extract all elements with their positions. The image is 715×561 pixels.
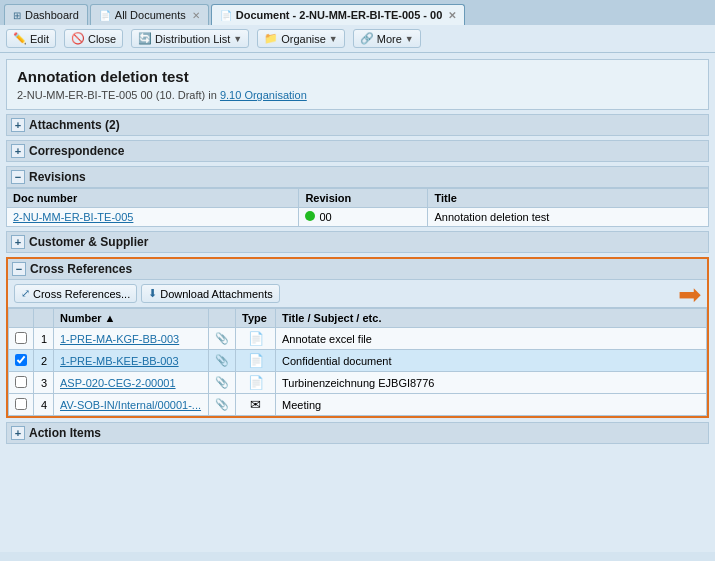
crossref-row3-number: ASP-020-CEG-2-00001: [54, 372, 209, 394]
crossref-row2-clip: 📎: [209, 350, 236, 372]
revisions-section-header[interactable]: − Revisions: [6, 166, 709, 188]
revisions-section: − Revisions Doc number Revision Title 2-…: [6, 166, 709, 227]
crossref-row2-checkbox-cell: [9, 350, 34, 372]
tab-all-documents-label: All Documents: [115, 9, 186, 21]
tab-document[interactable]: 📄 Document - 2-NU-MM-ER-BI-TE-005 - 00 ✕: [211, 4, 466, 25]
revisions-title: Revisions: [29, 170, 86, 184]
crossref-row1-type: 📄: [236, 328, 276, 350]
attachments-toggle[interactable]: +: [11, 118, 25, 132]
correspondence-toggle[interactable]: +: [11, 144, 25, 158]
paperclip-icon: 📎: [215, 332, 229, 344]
cross-references-toggle[interactable]: −: [12, 262, 26, 276]
more-button[interactable]: 🔗 More ▼: [353, 29, 421, 48]
all-docs-icon: 📄: [99, 10, 111, 21]
crossref-row3-title: Turbinenzeichnung EJBGI8776: [276, 372, 707, 394]
arrow-indicator: ➡: [678, 277, 701, 310]
download-attachments-button[interactable]: ⬇ Download Attachments: [141, 284, 280, 303]
organise-button[interactable]: 📁 Organise ▼: [257, 29, 345, 48]
cross-references-button[interactable]: ⤢ Cross References...: [14, 284, 137, 303]
close-button[interactable]: 🚫 Close: [64, 29, 123, 48]
tab-all-documents[interactable]: 📄 All Documents ✕: [90, 4, 209, 25]
edit-label: Edit: [30, 33, 49, 45]
crossref-row2-number: 1-PRE-MB-KEE-BB-003: [54, 350, 209, 372]
distribution-list-label: Distribution List: [155, 33, 230, 45]
distribution-list-button[interactable]: 🔄 Distribution List ▼: [131, 29, 249, 48]
distribution-icon: 🔄: [138, 32, 152, 45]
more-label: More: [377, 33, 402, 45]
attachments-section-header[interactable]: + Attachments (2): [6, 114, 709, 136]
crossref-row2-checkbox[interactable]: [15, 354, 27, 366]
action-items-title: Action Items: [29, 426, 101, 440]
document-title: Annotation deletion test: [17, 68, 698, 85]
crossref-row3-clip: 📎: [209, 372, 236, 394]
customer-supplier-title: Customer & Supplier: [29, 235, 148, 249]
crossref-row2-type: 📄: [236, 350, 276, 372]
cross-ref-icon: ⤢: [21, 287, 30, 300]
organise-label: Organise: [281, 33, 326, 45]
rev-revision: 00: [299, 208, 428, 227]
tab-dashboard[interactable]: ⊞ Dashboard: [4, 4, 88, 25]
rev-doc-link[interactable]: 2-NU-MM-ER-BI-TE-005: [13, 211, 133, 223]
rev-doc-number: 2-NU-MM-ER-BI-TE-005: [7, 208, 299, 227]
more-icon: 🔗: [360, 32, 374, 45]
doc-icon: 📄: [248, 331, 264, 346]
crossref-row1-checkbox-cell: [9, 328, 34, 350]
edit-button[interactable]: ✏️ Edit: [6, 29, 56, 48]
correspondence-title: Correspondence: [29, 144, 124, 158]
correspondence-section-header[interactable]: + Correspondence: [6, 140, 709, 162]
paperclip-icon: 📎: [215, 376, 229, 388]
cross-references-toolbar: ⤢ Cross References... ⬇ Download Attachm…: [8, 280, 707, 308]
crossref-row2-link[interactable]: 1-PRE-MB-KEE-BB-003: [60, 355, 179, 367]
attachments-title: Attachments (2): [29, 118, 120, 132]
revisions-toggle[interactable]: −: [11, 170, 25, 184]
revisions-col-title: Title: [428, 189, 709, 208]
paperclip-icon: 📎: [215, 354, 229, 366]
crossref-row3-num: 3: [34, 372, 54, 394]
crossref-row3-link[interactable]: ASP-020-CEG-2-00001: [60, 377, 176, 389]
more-dropdown-arrow: ▼: [405, 34, 414, 44]
crossref-row1-title: Annotate excel file: [276, 328, 707, 350]
crossref-row2-num: 2: [34, 350, 54, 372]
rev-title: Annotation deletion test: [428, 208, 709, 227]
crossref-row4-clip: 📎: [209, 394, 236, 416]
email-icon: ✉: [250, 397, 261, 412]
main-content: Annotation deletion test 2-NU-MM-ER-BI-T…: [0, 53, 715, 552]
crossref-col-number: Number ▲: [54, 309, 209, 328]
customer-supplier-section: + Customer & Supplier: [6, 231, 709, 253]
doc-tab-icon: 📄: [220, 10, 232, 21]
cross-references-header[interactable]: − Cross References: [8, 259, 707, 280]
crossref-row3-checkbox[interactable]: [15, 376, 27, 388]
tab-document-close[interactable]: ✕: [448, 10, 456, 21]
action-items-toggle[interactable]: +: [11, 426, 25, 440]
crossref-row1-link[interactable]: 1-PRE-MA-KGF-BB-003: [60, 333, 179, 345]
toolbar: ✏️ Edit 🚫 Close 🔄 Distribution List ▼ 📁 …: [0, 25, 715, 53]
revisions-col-docnum: Doc number: [7, 189, 299, 208]
table-row: 1 1-PRE-MA-KGF-BB-003 📎 📄 Annotate excel…: [9, 328, 707, 350]
table-row: 3 ASP-020-CEG-2-00001 📎 📄 Turbinenzeichn…: [9, 372, 707, 394]
crossref-row4-checkbox[interactable]: [15, 398, 27, 410]
paperclip-icon: 📎: [215, 398, 229, 410]
crossref-row1-clip: 📎: [209, 328, 236, 350]
crossref-col-clip: [209, 309, 236, 328]
cross-ref-btn-label: Cross References...: [33, 288, 130, 300]
doc-org-link[interactable]: 9.10 Organisation: [220, 89, 307, 101]
customer-supplier-toggle[interactable]: +: [11, 235, 25, 249]
organise-dropdown-arrow: ▼: [329, 34, 338, 44]
tab-all-documents-close[interactable]: ✕: [192, 10, 200, 21]
crossref-row4-link[interactable]: AV-SOB-IN/Internal/00001-...: [60, 399, 201, 411]
download-btn-label: Download Attachments: [160, 288, 273, 300]
crossref-row4-title: Meeting: [276, 394, 707, 416]
close-label: Close: [88, 33, 116, 45]
attachments-section: + Attachments (2): [6, 114, 709, 136]
download-icon: ⬇: [148, 287, 157, 300]
revisions-table: Doc number Revision Title 2-NU-MM-ER-BI-…: [6, 188, 709, 227]
doc-icon: 📄: [248, 375, 264, 390]
customer-supplier-header[interactable]: + Customer & Supplier: [6, 231, 709, 253]
action-items-header[interactable]: + Action Items: [6, 422, 709, 444]
tab-bar: ⊞ Dashboard 📄 All Documents ✕ 📄 Document…: [0, 0, 715, 25]
crossref-row2-title: Confidential document: [276, 350, 707, 372]
cross-references-table: Number ▲ Type Title / Subject / etc. 1 1…: [8, 308, 707, 416]
crossref-row1-num: 1: [34, 328, 54, 350]
crossref-row1-checkbox[interactable]: [15, 332, 27, 344]
action-items-section: + Action Items: [6, 422, 709, 444]
